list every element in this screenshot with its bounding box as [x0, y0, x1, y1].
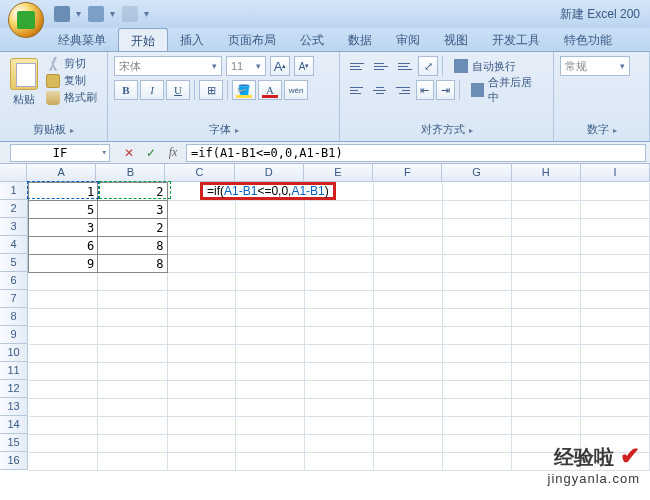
tab-dev[interactable]: 开发工具	[480, 28, 552, 51]
cell[interactable]	[305, 399, 374, 417]
cell[interactable]	[236, 273, 305, 291]
cut-button[interactable]: 剪切	[46, 56, 97, 71]
cell[interactable]	[443, 201, 512, 219]
tab-formula[interactable]: 公式	[288, 28, 336, 51]
row-header[interactable]: 16	[0, 452, 28, 470]
cell[interactable]	[167, 399, 236, 417]
cell[interactable]	[443, 453, 512, 471]
cell[interactable]	[374, 363, 443, 381]
align-right-button[interactable]	[392, 80, 413, 100]
cell[interactable]	[581, 219, 650, 237]
cell[interactable]	[374, 327, 443, 345]
row-header[interactable]: 1	[0, 182, 28, 200]
cell[interactable]	[236, 381, 305, 399]
italic-button[interactable]: I	[140, 80, 164, 100]
cell[interactable]	[581, 183, 650, 201]
cell[interactable]	[167, 417, 236, 435]
cell[interactable]	[98, 399, 167, 417]
undo-icon[interactable]	[88, 6, 104, 22]
wrap-text-button[interactable]: 自动换行	[447, 56, 523, 76]
number-format-combo[interactable]: 常规	[560, 56, 630, 76]
cell[interactable]	[167, 309, 236, 327]
cell[interactable]	[305, 363, 374, 381]
cell[interactable]	[443, 273, 512, 291]
shrink-font-button[interactable]: A▾	[294, 56, 314, 76]
cell[interactable]	[512, 183, 581, 201]
tab-view[interactable]: 视图	[432, 28, 480, 51]
cell[interactable]	[305, 201, 374, 219]
cell[interactable]: 2	[98, 219, 167, 237]
cell[interactable]: 3	[29, 219, 98, 237]
col-header[interactable]: C	[165, 164, 234, 181]
cell[interactable]	[98, 417, 167, 435]
merge-center-button[interactable]: 合并后居中	[464, 80, 547, 100]
cell[interactable]: 8	[98, 255, 167, 273]
cell[interactable]	[512, 345, 581, 363]
cell[interactable]	[374, 453, 443, 471]
cell[interactable]	[512, 363, 581, 381]
align-bottom-button[interactable]	[394, 56, 416, 76]
cell[interactable]	[374, 417, 443, 435]
cell[interactable]	[236, 453, 305, 471]
align-top-button[interactable]	[346, 56, 368, 76]
phonetic-button[interactable]: wén	[284, 80, 308, 100]
cell[interactable]	[443, 417, 512, 435]
col-header[interactable]: B	[96, 164, 165, 181]
cell[interactable]	[374, 435, 443, 453]
cell[interactable]	[98, 291, 167, 309]
cell[interactable]	[443, 345, 512, 363]
office-button[interactable]	[8, 2, 44, 38]
cell[interactable]	[236, 237, 305, 255]
row-header[interactable]: 4	[0, 236, 28, 254]
cell[interactable]	[167, 255, 236, 273]
cell[interactable]: 5	[29, 201, 98, 219]
tab-review[interactable]: 审阅	[384, 28, 432, 51]
cell[interactable]	[236, 327, 305, 345]
cell[interactable]: 3	[98, 201, 167, 219]
cell[interactable]	[374, 309, 443, 327]
cell[interactable]	[29, 345, 98, 363]
row-header[interactable]: 12	[0, 380, 28, 398]
cell[interactable]	[512, 417, 581, 435]
tab-extra[interactable]: 特色功能	[552, 28, 624, 51]
save-icon[interactable]	[54, 6, 70, 22]
cell[interactable]	[581, 255, 650, 273]
name-box[interactable]: IF	[10, 144, 110, 162]
cell[interactable]	[581, 381, 650, 399]
cell[interactable]	[305, 345, 374, 363]
cell[interactable]	[305, 435, 374, 453]
cell[interactable]	[236, 219, 305, 237]
orientation-button[interactable]: ⤢	[418, 56, 438, 76]
font-size-combo[interactable]: 11	[226, 56, 266, 76]
cell[interactable]	[512, 327, 581, 345]
cell[interactable]	[167, 219, 236, 237]
cell[interactable]	[443, 219, 512, 237]
cell[interactable]	[236, 309, 305, 327]
underline-button[interactable]: U	[166, 80, 190, 100]
cell[interactable]	[236, 291, 305, 309]
cell[interactable]	[305, 273, 374, 291]
cell[interactable]	[374, 291, 443, 309]
cell[interactable]	[98, 345, 167, 363]
cell[interactable]	[581, 345, 650, 363]
row-header[interactable]: 7	[0, 290, 28, 308]
cell[interactable]	[236, 255, 305, 273]
col-header[interactable]: G	[442, 164, 511, 181]
cell[interactable]	[236, 345, 305, 363]
col-header[interactable]: I	[581, 164, 650, 181]
cell[interactable]	[512, 273, 581, 291]
fx-icon[interactable]: fx	[162, 144, 184, 162]
col-header[interactable]: D	[235, 164, 304, 181]
cell[interactable]	[512, 219, 581, 237]
tab-home[interactable]: 开始	[118, 28, 168, 51]
cell[interactable]	[581, 309, 650, 327]
row-header[interactable]: 5	[0, 254, 28, 272]
tab-data[interactable]: 数据	[336, 28, 384, 51]
cell[interactable]	[374, 183, 443, 201]
cell[interactable]	[305, 417, 374, 435]
cell[interactable]	[236, 399, 305, 417]
cell-editor[interactable]: =if(A1-B1<=0,0,A1-B1)	[200, 182, 336, 200]
cell[interactable]	[167, 273, 236, 291]
cell[interactable]	[443, 183, 512, 201]
cell[interactable]	[98, 309, 167, 327]
